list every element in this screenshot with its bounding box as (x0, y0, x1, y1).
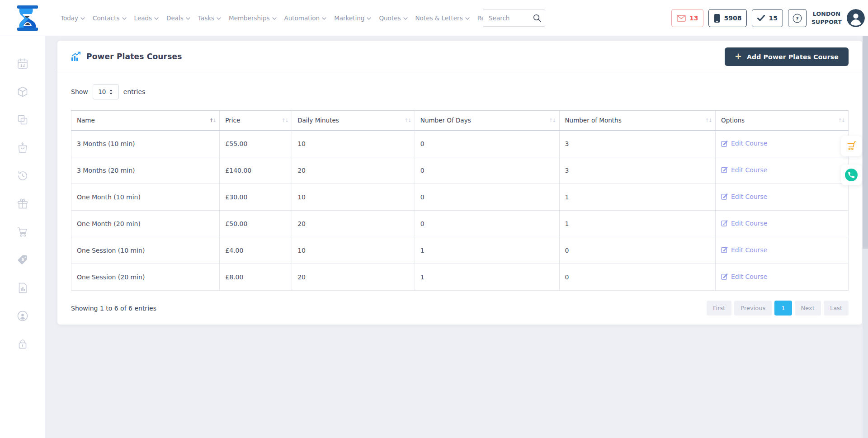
sidebar-item-products[interactable] (17, 86, 28, 98)
app-logo[interactable] (14, 4, 42, 32)
pagination-last[interactable]: Last (824, 301, 849, 316)
cart-fab[interactable] (841, 136, 862, 156)
panel-header: Power Plates Courses + Add Power Plates … (57, 41, 862, 72)
sidebar-item-pages[interactable] (17, 114, 28, 126)
cell-daily-minutes: 20 (292, 264, 415, 291)
shopping-bag-icon (17, 142, 28, 154)
page-title: Power Plates Courses (86, 52, 182, 61)
cell-months: 3 (559, 131, 716, 157)
sidebar-item-orders[interactable] (17, 142, 28, 154)
cell-name: One Session (10 min) (71, 237, 220, 264)
tasks-badge[interactable]: 15 (752, 9, 783, 27)
nav-automation[interactable]: Automation (284, 14, 327, 22)
avatar[interactable] (847, 9, 865, 27)
sidebar-item-shop[interactable] (17, 226, 28, 238)
svg-text:12: 12 (20, 63, 25, 68)
sidebar: 12 $ (0, 36, 45, 438)
column-header-price[interactable]: Price↑↓ (220, 111, 292, 131)
user-avatar-icon (847, 9, 865, 27)
edit-icon (721, 220, 728, 226)
page-length-select[interactable]: 10 (93, 84, 119, 99)
sidebar-item-reports[interactable] (17, 282, 28, 294)
nav-memberships[interactable]: Memberships (229, 14, 276, 22)
help-badge[interactable]: ? (788, 9, 807, 27)
pagination-next[interactable]: Next (795, 301, 821, 316)
cell-daily-minutes: 20 (292, 157, 415, 184)
nav-notes-letters[interactable]: Notes & Letters (415, 14, 470, 22)
nav-quotes[interactable]: Quotes (379, 14, 407, 22)
cell-daily-minutes: 10 (292, 131, 415, 157)
chevron-down-icon (154, 17, 159, 20)
column-header-daily-minutes[interactable]: Daily Minutes↑↓ (292, 111, 415, 131)
chevron-down-icon (186, 17, 190, 20)
table-summary: Showing 1 to 6 of 6 entries (71, 305, 156, 312)
call-fab[interactable] (841, 165, 862, 185)
edit-course-link[interactable]: Edit Course (721, 166, 767, 174)
nav-contacts[interactable]: Contacts (93, 14, 127, 22)
edit-course-link[interactable]: Edit Course (721, 273, 767, 280)
sidebar-item-history[interactable] (17, 170, 28, 182)
cell-name: 3 Months (10 min) (71, 131, 220, 157)
help-icon: ? (793, 14, 802, 23)
nav-today[interactable]: Today (61, 14, 85, 22)
column-header-options[interactable]: Options↑↓ (716, 111, 849, 131)
lock-icon (17, 338, 28, 350)
sidebar-item-pricing[interactable]: $ (17, 254, 28, 266)
nav-label: Tasks (198, 14, 214, 22)
svg-text:?: ? (796, 15, 798, 21)
scrollbar-track[interactable] (863, 36, 868, 438)
edit-course-link[interactable]: Edit Course (721, 140, 767, 147)
device-number: 5908 (724, 14, 741, 22)
top-bar: Today Contacts Leads Deals Tasks Members… (0, 0, 868, 36)
edit-course-link[interactable]: Edit Course (721, 246, 767, 254)
edit-icon (721, 246, 728, 253)
nav-marketing[interactable]: Marketing (334, 14, 371, 22)
sidebar-item-support[interactable] (17, 310, 28, 322)
sidebar-item-security[interactable] (17, 338, 28, 350)
cell-days: 1 (415, 264, 559, 291)
sort-icon: ↑↓ (282, 118, 288, 123)
device-badge[interactable]: 5908 (708, 9, 747, 27)
chevron-down-icon (465, 17, 470, 20)
nav-tasks[interactable]: Tasks (198, 14, 221, 22)
cell-price: £55.00 (220, 131, 292, 157)
table-footer: Showing 1 to 6 of 6 entries First Previo… (71, 301, 849, 316)
search-icon[interactable] (533, 14, 541, 22)
sidebar-item-calendar[interactable]: 12 (17, 58, 28, 70)
svg-text:$: $ (21, 257, 24, 262)
edit-course-link[interactable]: Edit Course (721, 220, 767, 227)
edit-course-link[interactable]: Edit Course (721, 193, 767, 200)
pagination-previous[interactable]: Previous (734, 301, 772, 316)
messages-badge[interactable]: 13 (671, 9, 703, 27)
cell-daily-minutes: 10 (292, 184, 415, 211)
search-input[interactable] (483, 10, 533, 26)
nav-label: Leads (134, 14, 152, 22)
chevron-down-icon (272, 17, 277, 20)
sort-icon: ↑↓ (838, 118, 844, 123)
nav-leads[interactable]: Leads (134, 14, 159, 22)
user-name: LONDON SUPPORT (811, 10, 842, 26)
column-header-name[interactable]: Name↑↓ (71, 111, 220, 131)
copy-pages-icon (17, 114, 28, 126)
pagination-page-1[interactable]: 1 (774, 301, 792, 316)
sidebar-item-rewards[interactable] (17, 198, 28, 210)
nav-deals[interactable]: Deals (166, 14, 190, 22)
column-header-number-of-days[interactable]: Number Of Days↑↓ (415, 111, 559, 131)
sort-icon: ↑↓ (404, 118, 410, 123)
column-header-number-of-months[interactable]: Number of Months↑↓ (559, 111, 716, 131)
cell-months: 3 (559, 157, 716, 184)
page-length-value: 10 (98, 88, 106, 95)
page-length-control: Show 10 entries (71, 84, 849, 99)
nav-label: Marketing (334, 14, 364, 22)
pagination-first[interactable]: First (707, 301, 731, 316)
edit-icon (721, 193, 728, 200)
cell-name: One Session (20 min) (71, 264, 220, 291)
cell-price: £50.00 (220, 211, 292, 237)
add-course-button[interactable]: + Add Power Plates Course (725, 47, 849, 66)
cell-price: £30.00 (220, 184, 292, 211)
scrollbar-thumb[interactable] (863, 36, 868, 249)
chevron-down-icon (322, 17, 326, 20)
show-label: Show (71, 88, 88, 95)
envelope-icon (677, 15, 686, 22)
main-nav: Today Contacts Leads Deals Tasks Members… (61, 0, 528, 36)
